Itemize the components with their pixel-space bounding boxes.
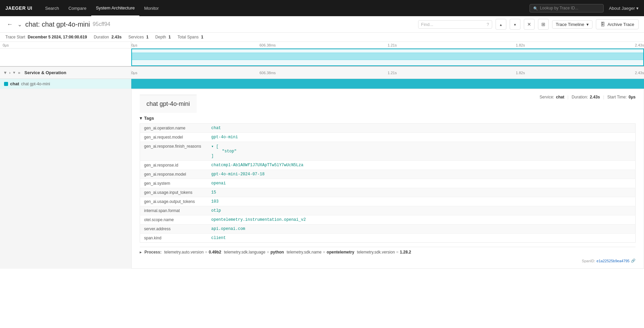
trace-header: ← ⌄ chat: chat gpt-4o-mini 95cff94 ?: [0, 16, 644, 33]
trace-id: 95cff94: [93, 21, 110, 27]
tag-key: gen_ai.response.model: [140, 170, 207, 179]
tag-row: gen_ai.response.id chatcmpl-Ab1A0Wf1J7UX…: [140, 161, 636, 170]
svc-header-label: › » Service & Operation: [0, 70, 131, 75]
tag-key: gen_ai.system: [140, 179, 207, 188]
tags-chevron-icon: [140, 116, 142, 121]
trace-start-label: Trace Start December 5 2024, 17:06:00.61…: [5, 35, 87, 39]
depth-meta: Depth 1: [155, 35, 171, 39]
nav-search[interactable]: Search: [40, 0, 64, 16]
tag-row: otel.scope.name opentelemetry.instrument…: [140, 215, 636, 225]
service-operation-header: › » Service & Operation 0μs 606.38ms 1.2…: [0, 67, 644, 79]
tag-value: 103: [207, 197, 636, 206]
tag-key: otel.scope.name: [140, 215, 207, 225]
services-meta: Services 1: [128, 35, 148, 39]
next-icon[interactable]: ›: [9, 70, 10, 75]
tag-value: gpt-4o-mini-2024-07-18: [207, 170, 636, 179]
timeline-view-btn[interactable]: Trace Timeline: [552, 20, 592, 29]
tags-table: gen_ai.operation.name chat gen_ai.reques…: [140, 123, 636, 243]
detail-container: chat gpt-4o-mini Service: chat | Duratio…: [0, 89, 644, 269]
page-wrapper: JAEGER UI Search Compare System Architec…: [0, 0, 644, 328]
tag-value: openai: [207, 179, 636, 188]
detail-meta: Service: chat | Duration: 2.43s | Start …: [540, 95, 636, 99]
spans-container: › » Service & Operation 0μs 606.38ms 1.2…: [0, 67, 644, 269]
tag-key: gen_ai.usage.output_tokens: [140, 197, 207, 206]
tag-value: client: [207, 234, 636, 243]
ruler-mark-3: 1.21s: [388, 43, 397, 47]
tag-value: opentelemetry.instrumentation.openai_v2: [207, 215, 636, 225]
h-ruler-2: 1.21s: [388, 71, 397, 75]
tag-value: chatcmpl-Ab1A0Wf1J7UXApTTw5lY7wUcN5Lza: [207, 161, 636, 170]
trace-lookup-input[interactable]: [540, 6, 600, 10]
minimap[interactable]: [0, 49, 644, 67]
nav-monitor[interactable]: Monitor: [139, 0, 163, 16]
close-find-button[interactable]: [524, 19, 535, 30]
process-kv-2: telemetry.sdk.language = python: [224, 250, 284, 255]
content-area: ← ⌄ chat: chat gpt-4o-mini 95cff94 ?: [0, 16, 644, 328]
nav-system-architecture[interactable]: System Architecture: [91, 0, 140, 16]
link-icon[interactable]: [631, 259, 636, 263]
next-button[interactable]: [510, 19, 520, 30]
detail-header-row: chat gpt-4o-mini Service: chat | Duratio…: [140, 95, 636, 113]
detail-panel: chat gpt-4o-mini Service: chat | Duratio…: [131, 89, 644, 269]
tag-value: 15: [207, 188, 636, 197]
span-timeline-bar: [131, 79, 644, 89]
brand-logo: JAEGER UI: [5, 5, 32, 11]
h-ruler-1: 606.38ms: [260, 71, 276, 75]
h-ruler-0: 0μs: [131, 71, 137, 75]
span-id-value: e1a22525b9ea4795: [597, 259, 630, 263]
tag-key: gen_ai.request.model: [140, 133, 207, 142]
nav-compare[interactable]: Compare: [64, 0, 91, 16]
process-label: Process:: [144, 250, 162, 255]
tag-row: gen_ai.system openai: [140, 179, 636, 188]
tag-key: internal.span.format: [140, 206, 207, 215]
span-left[interactable]: chat chat gpt-4o-mini: [0, 79, 131, 89]
double-right-icon[interactable]: »: [18, 70, 20, 75]
ruler-mark-2: 606.38ms: [260, 43, 276, 47]
process-row[interactable]: Process: telemetry.auto.version = 0.49b2…: [140, 247, 636, 257]
up-icon: [499, 22, 503, 27]
process-kv-3: telemetry.sdk.name = opentelemetry: [286, 250, 354, 255]
tag-key: gen_ai.usage.input_tokens: [140, 188, 207, 197]
tag-row: gen_ai.request.model gpt-4o-mini: [140, 133, 636, 142]
about-jaeger-btn[interactable]: About Jaeger: [609, 6, 639, 11]
ruler-zero: 0μs: [3, 43, 9, 47]
tags-section-toggle[interactable]: Tags: [140, 116, 636, 121]
back-button[interactable]: ←: [5, 20, 14, 29]
tag-value: gpt-4o-mini: [207, 133, 636, 142]
grid-view-button[interactable]: [538, 19, 549, 30]
process-kv-1: telemetry.auto.version = 0.49b2: [164, 250, 222, 255]
tag-row: gen_ai.response.finish_reasons ▾ [ "stop…: [140, 142, 636, 161]
grid-icon: [541, 22, 545, 27]
find-input[interactable]: [421, 22, 485, 27]
detail-span-title: chat gpt-4o-mini: [140, 95, 197, 113]
prev-button[interactable]: [496, 19, 506, 30]
archive-trace-btn[interactable]: Archive Trace: [596, 19, 639, 29]
process-expand-icon: [140, 250, 142, 255]
span-id-row: SpanID: e1a22525b9ea4795: [140, 257, 636, 263]
collapse-button[interactable]: ⌄: [18, 21, 22, 28]
tag-row: span.kind client: [140, 234, 636, 243]
archive-icon: [600, 22, 605, 27]
tag-value: api.openai.com: [207, 225, 636, 234]
tag-key: gen_ai.response.finish_reasons: [140, 142, 207, 161]
total-spans-meta: Total Spans 1: [177, 35, 203, 39]
tag-value: otlp: [207, 206, 636, 215]
down-icon: [513, 22, 517, 27]
span-id-label: SpanID:: [582, 259, 595, 263]
top-nav: JAEGER UI Search Compare System Architec…: [0, 0, 644, 16]
tag-key: server.address: [140, 225, 207, 234]
process-kv-4: telemetry.sdk.version = 1.28.2: [357, 250, 411, 255]
expand-all-icon[interactable]: [13, 70, 15, 75]
ruler-mark-1: 0μs: [131, 43, 137, 47]
tag-key: gen_ai.operation.name: [140, 124, 207, 133]
tag-row: gen_ai.usage.input_tokens 15: [140, 188, 636, 197]
tag-key: gen_ai.response.id: [140, 161, 207, 170]
collapse-all-icon[interactable]: [4, 70, 6, 75]
trace-lookup-box[interactable]: [530, 4, 604, 12]
tag-row: server.address api.openai.com: [140, 225, 636, 234]
find-box[interactable]: ?: [418, 20, 492, 29]
ruler-mark-5: 2.43s: [635, 43, 644, 47]
span-row[interactable]: chat chat gpt-4o-mini: [0, 79, 644, 89]
span-service-name: chat: [10, 81, 19, 86]
tag-row: gen_ai.usage.output_tokens 103: [140, 197, 636, 206]
